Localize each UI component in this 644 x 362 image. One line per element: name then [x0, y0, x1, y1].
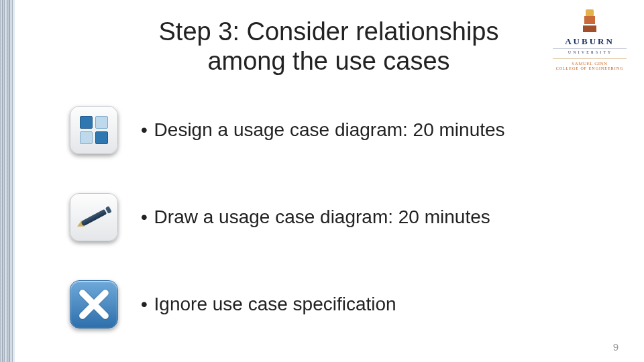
bullet-row-3: Ignore use case specification [70, 280, 604, 328]
slide-title: Step 3: Consider relationships among the… [127, 17, 530, 76]
title-line-1: Step 3: Consider relationships [159, 17, 499, 46]
bullet-text-1: Design a usage case diagram: 20 minutes [145, 119, 505, 141]
college-line-2: COLLEGE OF ENGINEERING [553, 66, 627, 70]
x-icon [70, 280, 118, 328]
grid-icon [70, 106, 118, 154]
pen-icon [70, 193, 118, 241]
tower-icon [583, 9, 596, 32]
title-line-2: among the use cases [207, 47, 449, 75]
college-name: SAMUEL GINN COLLEGE OF ENGINEERING [553, 58, 627, 70]
college-line-1: SAMUEL GINN [553, 61, 627, 66]
page-number: 9 [613, 341, 619, 353]
university-sub: U N I V E R S I T Y [553, 48, 627, 54]
bullet-text-2: Draw a usage case diagram: 20 minutes [145, 206, 490, 228]
auburn-logo: AUBURN U N I V E R S I T Y SAMUEL GINN C… [553, 9, 627, 70]
bullet-row-2: Draw a usage case diagram: 20 minutes [70, 193, 604, 241]
university-name: AUBURN [553, 36, 627, 47]
bullet-text-3: Ignore use case specification [145, 294, 396, 315]
decorative-left-strip [0, 0, 15, 362]
bullet-row-1: Design a usage case diagram: 20 minutes [70, 106, 604, 154]
